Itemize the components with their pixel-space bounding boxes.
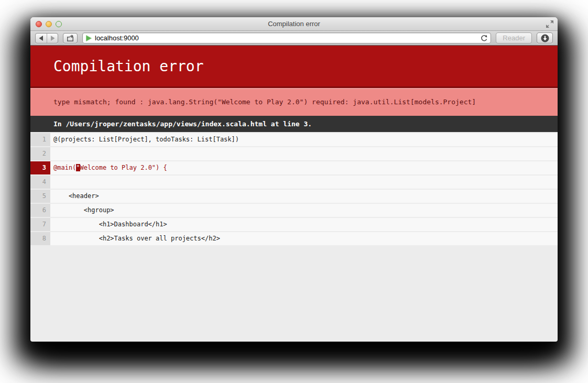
- fullscreen-icon[interactable]: [546, 20, 553, 28]
- code-text: @main(: [53, 164, 76, 171]
- line-content: <h1>Dashboard</h1>: [50, 218, 558, 231]
- share-button[interactable]: [63, 33, 78, 43]
- error-line-number: 3: [30, 161, 50, 174]
- share-icon: [67, 35, 74, 41]
- code-line-4: 4: [30, 176, 558, 189]
- line-content: [50, 176, 558, 189]
- site-favicon-play-icon: [86, 35, 92, 41]
- zoom-window-button[interactable]: [56, 21, 62, 27]
- line-number: 8: [30, 232, 50, 245]
- traffic-lights: [36, 21, 62, 27]
- code-text: <hgroup>: [53, 206, 114, 214]
- address-bar[interactable]: [82, 32, 491, 43]
- code-line-2: 2: [30, 147, 558, 160]
- code-line-3-error: 3 @main("Welcome to Play 2.0") {: [30, 161, 558, 174]
- line-content: <hgroup>: [50, 204, 558, 217]
- code-line-1: 1 @(projects: List[Project], todoTasks: …: [30, 133, 558, 146]
- url-input[interactable]: [95, 34, 477, 42]
- forward-button[interactable]: [47, 34, 58, 43]
- error-page-title: Compilation error: [30, 58, 204, 75]
- line-content: @main("Welcome to Play 2.0") {: [50, 161, 558, 174]
- source-code-listing: 1 @(projects: List[Project], todoTasks: …: [30, 132, 558, 246]
- error-location-text: In /Users/jroper/zentasks/app/views/inde…: [30, 120, 312, 128]
- error-page-header: Compilation error: [30, 46, 558, 88]
- error-message-bar: type mismatch; found : java.lang.String(…: [30, 88, 558, 116]
- window-title: Compilation error: [268, 20, 320, 28]
- code-line-5: 5 <header>: [30, 190, 558, 203]
- titlebar: Compilation error: [30, 17, 558, 31]
- code-text: Welcome to Play 2.0") {: [80, 164, 167, 171]
- back-arrow-icon: [39, 36, 43, 41]
- line-number: 6: [30, 204, 50, 217]
- code-line-8: 8 <h2>Tasks over all projects</h2>: [30, 232, 558, 245]
- nav-buttons: [35, 33, 58, 43]
- browser-window: Compilation error: [30, 17, 558, 342]
- code-text: <h1>Dashboard</h1>: [53, 221, 167, 228]
- close-window-button[interactable]: [36, 21, 42, 27]
- error-location-bar: In /Users/jroper/zentasks/app/views/inde…: [30, 116, 558, 132]
- reader-button[interactable]: Reader: [496, 32, 532, 43]
- line-content: [50, 147, 558, 160]
- line-content: <h2>Tasks over all projects</h2>: [50, 232, 558, 245]
- line-number: 5: [30, 190, 50, 203]
- back-button[interactable]: [36, 34, 47, 43]
- code-text: <header>: [53, 192, 99, 200]
- browser-toolbar: Reader: [30, 31, 558, 46]
- minimize-window-button[interactable]: [46, 21, 52, 27]
- reader-button-label: Reader: [503, 34, 525, 42]
- download-icon: [541, 34, 549, 42]
- downloads-button[interactable]: [537, 32, 553, 43]
- code-text: @(projects: List[Project], todoTasks: Li…: [53, 136, 239, 143]
- line-number: 7: [30, 218, 50, 231]
- code-text: <h2>Tasks over all projects</h2>: [53, 235, 220, 242]
- code-line-7: 7 <h1>Dashboard</h1>: [30, 218, 558, 231]
- reload-icon[interactable]: [481, 35, 487, 42]
- error-message-text: type mismatch; found : java.lang.String(…: [30, 98, 476, 106]
- line-number: 2: [30, 147, 50, 160]
- forward-arrow-icon: [50, 36, 55, 41]
- line-number: 1: [30, 133, 50, 146]
- line-content: @(projects: List[Project], todoTasks: Li…: [50, 133, 558, 146]
- code-line-6: 6 <hgroup>: [30, 204, 558, 217]
- error-marker: ": [76, 164, 80, 171]
- line-number: 4: [30, 176, 50, 189]
- line-content: <header>: [50, 190, 558, 203]
